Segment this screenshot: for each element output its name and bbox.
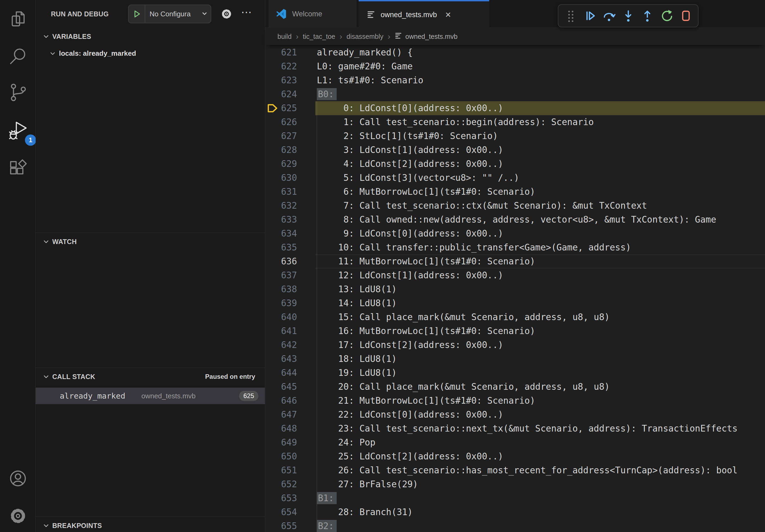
code-line[interactable]: 628 3: LdConst[1](address: 0x00..) (265, 143, 765, 157)
line-number[interactable]: 645 (265, 380, 297, 394)
line-number[interactable]: 646 (265, 394, 297, 408)
code-line[interactable]: 622L0: game#2#0: Game (265, 60, 765, 73)
code-line[interactable]: 631 6: MutBorrowLoc[1](ts#1#0: Scenario) (265, 185, 765, 199)
accounts-icon[interactable] (8, 468, 28, 489)
variables-section-header[interactable]: VARIABLES (36, 28, 265, 45)
code-line[interactable]: 645 20: Call place_mark(&mut Scenario, a… (265, 380, 765, 394)
step-over-button[interactable] (602, 9, 616, 23)
restart-button[interactable] (660, 9, 674, 23)
line-number[interactable]: 633 (265, 213, 297, 227)
stop-button[interactable] (679, 9, 693, 23)
line-number[interactable]: 642 (265, 338, 297, 352)
line-number[interactable]: 650 (265, 449, 297, 463)
code-line[interactable]: 633 8: Call owned::new(address, address,… (265, 213, 765, 227)
continue-button[interactable] (583, 9, 597, 23)
line-number[interactable]: 624 (265, 87, 297, 101)
line-number[interactable]: 644 (265, 366, 297, 380)
launch-config-dropdown[interactable]: No Configura (128, 5, 211, 23)
line-number[interactable]: 628 (265, 143, 297, 157)
code-line[interactable]: 644 19: LdU8(1) (265, 366, 765, 380)
settings-gear-icon[interactable] (8, 506, 28, 526)
code-line[interactable]: 623L1: ts#1#0: Scenario (265, 73, 765, 87)
line-number[interactable]: 634 (265, 227, 297, 241)
code-line[interactable]: 650 25: LdConst[2](address: 0x00..) (265, 449, 765, 463)
code-line[interactable]: 643 18: LdU8(1) (265, 352, 765, 366)
code-line[interactable]: 652 27: BrFalse(29) (265, 477, 765, 491)
line-number[interactable]: 631 (265, 185, 297, 199)
code-line[interactable]: 637 12: LdConst[1](address: 0x00..) (265, 268, 765, 282)
breadcrumb-file[interactable]: owned_tests.mvb (394, 32, 457, 41)
code-line[interactable]: 626 1: Call test_scenario::begin(address… (265, 115, 765, 129)
watch-section-header[interactable]: WATCH (36, 233, 265, 250)
line-number[interactable]: 626 (265, 115, 297, 129)
tab-owned-tests[interactable]: owned_tests.mvb ✕ (359, 0, 489, 28)
line-number[interactable]: 649 (265, 435, 297, 449)
line-number[interactable]: 653 (265, 491, 297, 505)
code-editor[interactable]: 621already_marked() {622L0: game#2#0: Ga… (265, 45, 765, 532)
code-line[interactable]: 649 24: Pop (265, 435, 765, 449)
code-line[interactable]: 655B2: (265, 519, 765, 532)
code-line[interactable]: 627 2: StLoc[1](ts#1#0: Scenario) (265, 129, 765, 143)
line-number[interactable]: 643 (265, 352, 297, 366)
code-line[interactable]: 630 5: LdConst[3](vector<u8>: "" /..) (265, 171, 765, 185)
step-out-button[interactable] (640, 9, 654, 23)
line-number[interactable]: 621 (265, 46, 297, 60)
line-number[interactable]: 655 (265, 519, 297, 532)
line-number[interactable]: 632 (265, 199, 297, 213)
code-line[interactable]: 636 11: MutBorrowLoc[1](ts#1#0: Scenario… (265, 254, 765, 268)
line-number[interactable]: 622 (265, 60, 297, 73)
code-line[interactable]: 653B1: (265, 491, 765, 505)
step-into-button[interactable] (621, 9, 635, 23)
breakpoints-section-header[interactable]: BREAKPOINTS (36, 517, 265, 532)
close-icon[interactable]: ✕ (445, 10, 451, 19)
line-number[interactable]: 627 (265, 129, 297, 143)
code-line[interactable]: 629 4: LdConst[2](address: 0x00..) (265, 157, 765, 171)
line-number[interactable]: 629 (265, 157, 297, 171)
line-number[interactable]: 641 (265, 324, 297, 338)
line-number[interactable]: 630 (265, 171, 297, 185)
explorer-icon[interactable] (8, 9, 28, 30)
code-line[interactable]: 647 22: LdConst[0](address: 0x00..) (265, 408, 765, 421)
code-line[interactable]: 635 10: Call transfer::public_transfer<G… (265, 241, 765, 254)
line-number[interactable]: 640 (265, 310, 297, 324)
extensions-icon[interactable] (8, 158, 28, 179)
tab-welcome[interactable]: Welcome (269, 0, 357, 28)
more-actions-icon[interactable]: ⋯ (241, 6, 252, 18)
line-number[interactable]: 651 (265, 463, 297, 477)
line-number[interactable]: 639 (265, 296, 297, 310)
toolbar-drag-handle[interactable] (564, 9, 578, 23)
source-control-icon[interactable] (8, 82, 28, 103)
line-number[interactable]: 648 (265, 421, 297, 435)
run-and-debug-icon[interactable]: 1 (8, 120, 28, 140)
code-line[interactable]: 646 21: MutBorrowLoc[1](ts#1#0: Scenario… (265, 394, 765, 408)
debug-settings-gear-icon[interactable] (220, 8, 233, 20)
search-icon[interactable] (8, 46, 28, 67)
code-line[interactable]: 648 23: Call test_scenario::next_tx(&mut… (265, 421, 765, 435)
code-line[interactable]: 624B0: (265, 87, 765, 101)
code-line[interactable]: 639 14: LdU8(1) (265, 296, 765, 310)
code-line[interactable]: 634 9: LdConst[0](address: 0x00..) (265, 227, 765, 241)
call-stack-section-header[interactable]: CALL STACK Paused on entry (36, 368, 265, 385)
line-number[interactable]: 652 (265, 477, 297, 491)
code-line[interactable]: 641 16: MutBorrowLoc[1](ts#1#0: Scenario… (265, 324, 765, 338)
breadcrumb-item[interactable]: tic_tac_toe (303, 33, 335, 40)
line-number[interactable]: 623 (265, 73, 297, 87)
code-line[interactable]: 621already_marked() { (265, 46, 765, 60)
code-line[interactable]: 642 17: LdConst[2](address: 0x00..) (265, 338, 765, 352)
breadcrumb-item[interactable]: build (278, 33, 292, 40)
code-line[interactable]: 651 26: Call test_scenario::has_most_rec… (265, 463, 765, 477)
line-number[interactable]: 647 (265, 408, 297, 421)
code-line[interactable]: 638 13: LdU8(1) (265, 282, 765, 296)
start-debug-icon[interactable] (129, 5, 145, 23)
code-line[interactable]: 640 15: Call place_mark(&mut Scenario, a… (265, 310, 765, 324)
code-line[interactable]: 632 7: Call test_scenario::ctx(&mut Scen… (265, 199, 765, 213)
line-number[interactable]: 654 (265, 505, 297, 519)
call-stack-frame-row[interactable]: already_marked owned_tests.mvb 625 (36, 388, 265, 404)
line-number[interactable]: 637 (265, 268, 297, 282)
locals-scope-row[interactable]: locals: already_marked (36, 46, 265, 61)
line-number[interactable]: 635 (265, 241, 297, 254)
line-number[interactable]: 636 (265, 254, 297, 268)
code-line[interactable]: 654 28: Branch(31) (265, 505, 765, 519)
code-line[interactable]: 625 0: LdConst[0](address: 0x00..) (265, 101, 765, 115)
breadcrumb-item[interactable]: disassembly (347, 33, 383, 40)
